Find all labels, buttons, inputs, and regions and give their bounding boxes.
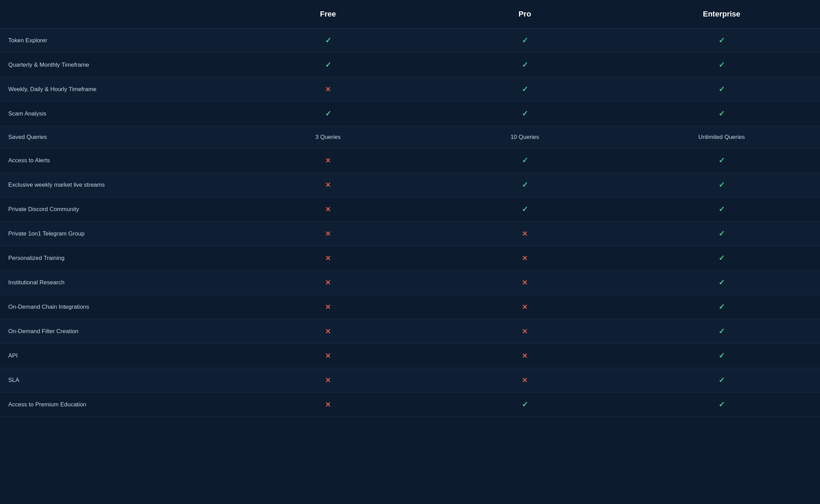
pro-cell: ✕ [427,368,623,393]
check-icon: ✓ [522,205,528,213]
enterprise-column-header: Enterprise [623,0,820,29]
enterprise-cell: ✓ [623,222,820,246]
pro-cell: ✓ [427,53,623,77]
cross-icon: ✕ [522,376,528,384]
table-row: Private Discord Community✕✓✓ [0,197,820,222]
check-icon: ✓ [719,36,725,45]
check-icon: ✓ [325,109,331,118]
free-cell: ✕ [230,344,427,368]
table-row: API✕✕✓ [0,344,820,368]
free-cell: ✕ [230,173,427,197]
table-row: Weekly, Daily & Hourly Timeframe✕✓✓ [0,77,820,102]
cross-icon: ✕ [325,230,331,238]
pro-cell: ✕ [427,344,623,368]
enterprise-cell: ✓ [623,29,820,53]
table-row: Token Explorer✓✓✓ [0,29,820,53]
free-cell: ✓ [230,53,427,77]
table-row: On-Demand Filter Creation✕✕✓ [0,319,820,344]
cross-icon: ✕ [522,352,528,360]
enterprise-cell: ✓ [623,344,820,368]
free-cell: ✕ [230,368,427,393]
table-row: Saved Queries3 Queries10 QueriesUnlimite… [0,126,820,149]
cross-icon: ✕ [325,157,331,164]
free-cell: ✕ [230,77,427,102]
check-icon: ✓ [522,156,528,165]
enterprise-cell: ✓ [623,295,820,319]
pro-cell: 10 Queries [427,126,623,149]
check-icon: ✓ [522,36,528,45]
table-row: Personalized Training✕✕✓ [0,246,820,271]
free-cell: ✕ [230,222,427,246]
check-icon: ✓ [719,400,725,409]
cross-icon: ✕ [325,86,331,93]
check-icon: ✓ [719,85,725,94]
free-cell: ✕ [230,149,427,173]
pro-cell: ✕ [427,319,623,344]
check-icon: ✓ [719,278,725,287]
feature-cell: SLA [0,368,230,393]
feature-cell: Private Discord Community [0,197,230,222]
cross-icon: ✕ [325,328,331,335]
pro-cell: ✓ [427,173,623,197]
pro-cell: ✓ [427,149,623,173]
check-icon: ✓ [719,156,725,165]
enterprise-cell: ✓ [623,173,820,197]
cross-icon: ✕ [522,230,528,238]
enterprise-cell: ✓ [623,197,820,222]
check-icon: ✓ [719,351,725,360]
table-row: On-Demand Chain Integrations✕✕✓ [0,295,820,319]
feature-cell: Institutional Research [0,271,230,295]
feature-cell: Exclusive weekly market live streams [0,173,230,197]
pro-cell: ✓ [427,393,623,417]
check-icon: ✓ [719,229,725,238]
feature-cell: Access to Premium Education [0,393,230,417]
feature-cell: On-Demand Chain Integrations [0,295,230,319]
pro-cell: ✓ [427,197,623,222]
enterprise-cell: ✓ [623,77,820,102]
feature-cell: Access to Alerts [0,149,230,173]
check-icon: ✓ [719,254,725,262]
enterprise-cell: ✓ [623,102,820,126]
table-row: Quarterly & Monthly Timeframe✓✓✓ [0,53,820,77]
free-cell: ✕ [230,197,427,222]
free-cell: ✓ [230,102,427,126]
check-icon: ✓ [719,109,725,118]
feature-cell: Scam Analysis [0,102,230,126]
free-cell: ✓ [230,29,427,53]
table-row: Exclusive weekly market live streams✕✓✓ [0,173,820,197]
enterprise-cell: ✓ [623,149,820,173]
table-row: SLA✕✕✓ [0,368,820,393]
free-cell: ✕ [230,271,427,295]
enterprise-cell: ✓ [623,246,820,271]
cross-icon: ✕ [325,401,331,408]
text-value: Unlimited Queries [698,134,745,140]
free-column-header: Free [230,0,427,29]
cross-icon: ✕ [325,376,331,384]
enterprise-cell: Unlimited Queries [623,126,820,149]
table-row: Access to Alerts✕✓✓ [0,149,820,173]
check-icon: ✓ [719,376,725,384]
table-row: Scam Analysis✓✓✓ [0,102,820,126]
free-cell: 3 Queries [230,126,427,149]
feature-cell: API [0,344,230,368]
feature-cell: Quarterly & Monthly Timeframe [0,53,230,77]
cross-icon: ✕ [325,303,331,311]
cross-icon: ✕ [325,352,331,360]
pro-cell: ✕ [427,222,623,246]
cross-icon: ✕ [325,279,331,286]
cross-icon: ✕ [522,279,528,286]
comparison-table: Free Pro Enterprise Token Explorer✓✓✓Qua… [0,0,820,417]
check-icon: ✓ [522,61,528,69]
check-icon: ✓ [325,61,331,69]
cross-icon: ✕ [522,328,528,335]
pro-cell: ✓ [427,29,623,53]
enterprise-cell: ✓ [623,393,820,417]
cross-icon: ✕ [325,181,331,189]
free-cell: ✕ [230,295,427,319]
check-icon: ✓ [522,109,528,118]
check-icon: ✓ [522,180,528,189]
feature-cell: Weekly, Daily & Hourly Timeframe [0,77,230,102]
cross-icon: ✕ [522,254,528,262]
pro-cell: ✕ [427,271,623,295]
table-row: Access to Premium Education✕✓✓ [0,393,820,417]
